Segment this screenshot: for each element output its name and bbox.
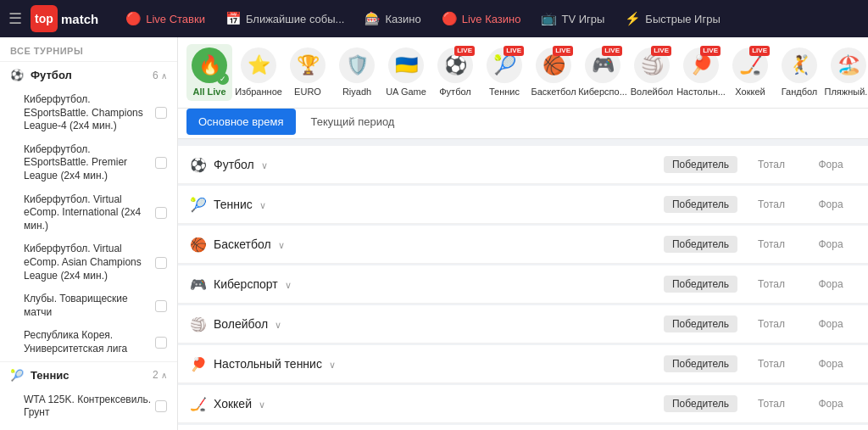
sport-icon-riyadh[interactable]: 🛡️ Riyadh: [334, 44, 380, 101]
expand-chevron: ∨: [259, 399, 265, 410]
league-checkbox[interactable]: [155, 337, 167, 349]
sport-icon-circle: 🏐 LIVE: [634, 47, 670, 83]
sport-row-tennis[interactable]: 🎾 Теннис ∨ Победитель Тотал Фора: [178, 186, 868, 224]
sport-group-label: Футбол: [31, 69, 72, 81]
sport-icon-hockey[interactable]: 🏒 LIVE Хоккей: [727, 44, 773, 101]
nav-item-live-bets[interactable]: 🔴Live Ставки: [117, 6, 214, 31]
sport-row-columns: Победитель Тотал Фора: [664, 156, 856, 173]
expand-chevron: ∨: [278, 240, 285, 250]
tennis-sport-icon: 🎾: [10, 369, 24, 382]
sidebar-sport-title-tennis[interactable]: 🎾Теннис2 ∧: [0, 361, 177, 388]
logo-icon: top: [31, 5, 58, 32]
sport-icon-football[interactable]: ⚽ LIVE Футбол: [432, 44, 478, 101]
sport-icon-table-tennis[interactable]: 🏓 LIVE Настольн...: [678, 44, 724, 101]
sport-icon-favorites[interactable]: ⭐ Избранное: [236, 44, 281, 101]
sport-row-columns: Победитель Тотал Фора: [664, 196, 856, 213]
sidebar-league-item[interactable]: Киберфутбол. Virtual eComp. Asian Champi…: [0, 237, 177, 288]
sport-icon-euro[interactable]: 🏆 EURO: [285, 44, 331, 101]
live-badge: LIVE: [651, 46, 671, 56]
league-name: Республика Корея. Университетская лига: [24, 329, 155, 355]
winner-col: Победитель: [664, 276, 737, 293]
sport-emoji: 🛡️: [346, 54, 369, 76]
sport-icon-label: Riyadh: [342, 87, 371, 98]
total-col: Тотал: [746, 398, 797, 410]
logo-text: match: [61, 12, 98, 26]
sport-row-cybersport[interactable]: 🎮 Киберспорт ∨ Победитель Тотал Фора: [178, 265, 868, 304]
sport-icons-row: 🔥 ✓ All Live ⭐ Избранное 🏆 EURO 🛡️ Riyad…: [178, 37, 868, 109]
sport-row-basketball[interactable]: 🏀 Баскетбол ∨ Победитель Тотал Фора: [178, 226, 868, 264]
sport-icon-cybersport[interactable]: 🎮 LIVE Киберспо...: [580, 44, 626, 101]
sport-icon-circle: 🤾: [782, 47, 817, 83]
sport-emoji: 🏆: [297, 54, 320, 76]
league-checkbox[interactable]: [155, 157, 167, 169]
league-checkbox[interactable]: [155, 207, 167, 219]
sport-icon-volleyball[interactable]: 🏐 LIVE Волейбол: [629, 44, 675, 101]
sidebar-league-item[interactable]: UTR Pro. Мужчины. Скопье. Грунт: [0, 425, 177, 430]
sport-icon-ua-game[interactable]: 🇺🇦 UA Game: [383, 44, 429, 101]
winner-col: Победитель: [664, 395, 737, 412]
winner-col: Победитель: [664, 236, 737, 253]
sport-emoji: 🏒: [739, 54, 762, 76]
sport-icon-label: EURO: [294, 87, 321, 98]
sport-row-icon: 🏀: [190, 237, 207, 253]
live-badge: LIVE: [749, 46, 770, 56]
total-col: Тотал: [746, 159, 797, 170]
sport-row-hockey[interactable]: 🏒 Хоккей ∨ Победитель Тотал Фора: [178, 385, 868, 423]
sidebar: ВСЕ ТУРНИРЫ ⚽Футбол6 ∧Киберфутбол. ESpor…: [0, 37, 178, 430]
sport-row-icon: ⚽: [190, 157, 207, 173]
sport-row-columns: Победитель Тотал Фора: [664, 355, 856, 372]
sport-icon-handball[interactable]: 🤾 Гандбол: [776, 44, 822, 101]
sidebar-sport-title-football[interactable]: ⚽Футбол6 ∧: [0, 61, 177, 88]
sport-icon-label: Настольн...: [676, 87, 726, 98]
sidebar-league-item[interactable]: Киберфутбол. Virtual eComp. Internationa…: [0, 188, 177, 238]
nav-item-live-casino[interactable]: 🔴Live Казино: [433, 6, 530, 31]
league-checkbox[interactable]: [155, 107, 167, 119]
league-checkbox[interactable]: [155, 257, 167, 269]
sport-row-columns: Победитель Тотал Фора: [664, 316, 856, 332]
sport-row-columns: Победитель Тотал Фора: [664, 395, 856, 412]
sidebar-league-item[interactable]: Киберфутбол. ESportsBattle. Champions Le…: [0, 88, 177, 138]
sport-row-columns: Победитель Тотал Фора: [664, 236, 856, 253]
sidebar-league-item[interactable]: WTA 125K. Контрексевиль. Грунт: [0, 388, 177, 425]
nav-item-tv-games[interactable]: 📺TV Игры: [532, 6, 613, 31]
sport-row-volleyball[interactable]: 🏐 Волейбол ∨ Победитель Тотал Фора: [178, 305, 868, 343]
tab-current-period[interactable]: Текущий период: [299, 109, 407, 135]
sport-icon-basketball[interactable]: 🏀 LIVE Баскетбол: [531, 44, 576, 101]
live-bets-icon: 🔴: [125, 11, 142, 26]
sport-icon-circle: 🔥 ✓: [192, 47, 227, 83]
sport-icon-circle: 🏖️: [831, 47, 866, 83]
live-badge: LIVE: [602, 46, 622, 56]
live-badge: LIVE: [454, 46, 475, 56]
expand-chevron: ∨: [275, 320, 281, 330]
total-col: Тотал: [746, 358, 797, 370]
sport-icon-circle: 🇺🇦: [388, 47, 424, 83]
sport-row-table-tennis[interactable]: 🏓 Настольный теннис ∨ Победитель Тотал Ф…: [178, 345, 868, 383]
sport-icon-all-live[interactable]: 🔥 ✓ All Live: [186, 44, 232, 101]
sport-emoji: 🏓: [690, 54, 713, 76]
sidebar-header: ВСЕ ТУРНИРЫ: [0, 37, 177, 61]
sport-row-name: Волейбол ∨: [214, 317, 664, 331]
tab-main-time[interactable]: Основное время: [186, 109, 296, 135]
nav-label: Казино: [385, 13, 420, 25]
logo: top match: [31, 5, 98, 32]
sport-row-baseball[interactable]: ⚾ Бейсбол ∨ Победитель Тотал Фора: [178, 425, 868, 430]
hamburger-menu[interactable]: ☰: [8, 9, 22, 28]
sidebar-league-item[interactable]: Клубы. Товарищеские матчи: [0, 288, 177, 324]
live-badge: LIVE: [553, 46, 573, 56]
casino-icon: 🎰: [364, 11, 381, 26]
top-navigation: ☰ top match 🔴Live Ставки📅Ближайшие собы.…: [0, 0, 868, 37]
expand-chevron: ∨: [329, 360, 336, 370]
nav-item-fast-games[interactable]: ⚡Быстрые Игры: [616, 6, 728, 31]
nav-item-upcoming[interactable]: 📅Ближайшие собы...: [217, 6, 353, 31]
expand-chevron: ∨: [285, 280, 292, 290]
nav-items: 🔴Live Ставки📅Ближайшие собы...🎰Казино🔴Li…: [117, 6, 860, 31]
sport-icon-beach[interactable]: 🏖️ Пляжный...: [826, 44, 868, 101]
nav-item-casino[interactable]: 🎰Казино: [356, 6, 429, 31]
sidebar-league-item[interactable]: Киберфутбол. ESportsBattle. Premier Leag…: [0, 138, 177, 188]
sport-icon-label: All Live: [192, 87, 225, 98]
sport-row-football[interactable]: ⚽ Футбол ∨ Победитель Тотал Фора: [178, 146, 868, 184]
sidebar-league-item[interactable]: Республика Корея. Университетская лига: [0, 324, 177, 360]
sport-icon-tennis[interactable]: 🎾 LIVE Теннис: [481, 44, 527, 101]
league-checkbox[interactable]: [155, 300, 167, 312]
league-checkbox[interactable]: [155, 400, 167, 412]
